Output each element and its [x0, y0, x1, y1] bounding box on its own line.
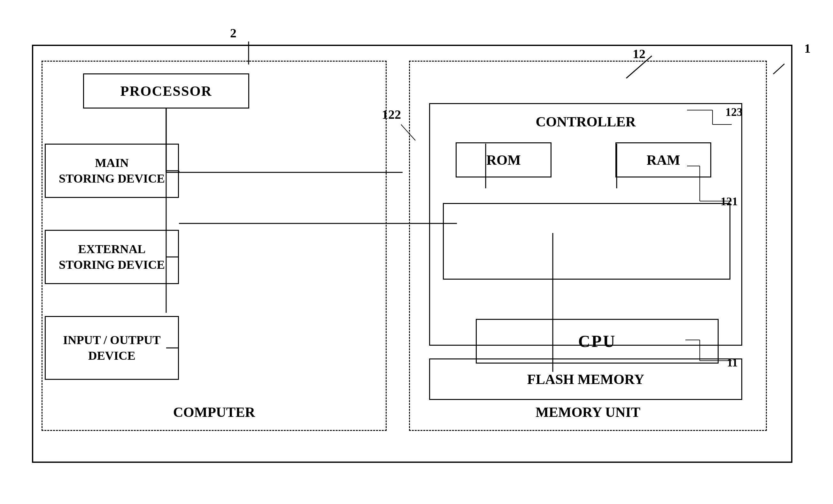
computer-label: COMPUTER: [173, 404, 255, 420]
memory-unit-label: MEMORY UNIT: [536, 404, 640, 420]
external-storing-device-label: EXTERNAL STORING DEVICE: [59, 241, 165, 273]
rom-box: ROM: [456, 142, 551, 177]
label-1: 1: [804, 41, 811, 56]
label-2: 2: [230, 26, 236, 41]
controller-outer-box: CONTROLLER ROM RAM CPU: [429, 103, 742, 346]
ram-box: RAM: [615, 142, 711, 177]
flash-memory-label: FLASH MEMORY: [527, 371, 644, 387]
processor-label: PROCESSOR: [120, 83, 212, 99]
external-storing-device-box: EXTERNAL STORING DEVICE: [45, 230, 179, 284]
io-device-box: INPUT / OUTPUT DEVICE: [45, 316, 179, 380]
label-121: 121: [720, 195, 738, 208]
label-122: 122: [382, 107, 401, 122]
cpu-outer-box: CPU: [443, 203, 731, 280]
controller-label: CONTROLLER: [536, 114, 636, 130]
label-123: 123: [725, 105, 743, 119]
rom-label: ROM: [486, 152, 521, 168]
main-storing-device-label: MAIN STORING DEVICE: [59, 155, 165, 187]
flash-memory-box: FLASH MEMORY: [429, 358, 742, 400]
cpu-label: CPU: [578, 332, 616, 351]
memory-unit-box: MEMORY UNIT CONTROLLER ROM RAM CPU FLASH…: [409, 61, 767, 431]
diagram-container: 1 2 12 COMPUTER MEMORY UNIT CONTROLLER R…: [19, 26, 814, 485]
ram-label: RAM: [646, 152, 680, 168]
label-11: 11: [727, 356, 738, 369]
processor-box: PROCESSOR: [83, 73, 249, 108]
cpu-box: CPU: [476, 319, 719, 363]
label-12: 12: [633, 46, 645, 61]
main-storing-device-box: MAIN STORING DEVICE: [45, 144, 179, 198]
io-device-label: INPUT / OUTPUT DEVICE: [63, 332, 160, 364]
